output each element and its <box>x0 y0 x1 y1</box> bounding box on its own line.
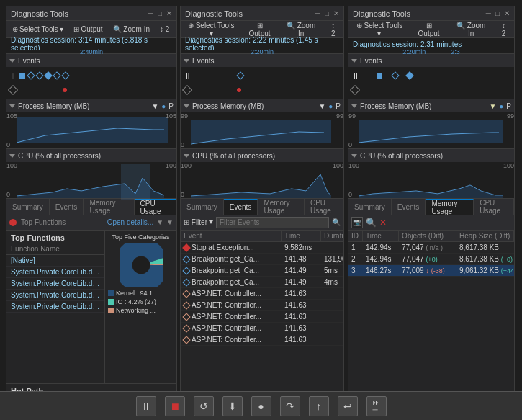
undo-button[interactable]: ↩ <box>338 396 358 416</box>
tab-cpu-p1[interactable]: CPU Usage <box>135 199 176 215</box>
event-row-0[interactable]: Stop at Exception... 9.582ms <box>181 242 343 254</box>
output-btn-p3[interactable]: ⊞ Output <box>412 20 446 39</box>
panel1-minimize[interactable]: ─ <box>148 9 153 17</box>
func-item-2[interactable]: System.Private.CoreLib.dll(C <box>6 278 104 290</box>
mem-blue-icon: ● <box>161 102 166 110</box>
panel1-maximize[interactable]: □ <box>158 9 162 17</box>
panel3-minimize[interactable]: ─ <box>486 9 491 17</box>
step-back-button[interactable]: ↑ <box>309 396 329 416</box>
panel2-minimize[interactable]: ─ <box>315 9 320 17</box>
func-item-4[interactable]: System.Private.CoreLib.dll(C <box>6 301 104 313</box>
tab-memory-p2[interactable]: Memory Usage <box>258 199 305 215</box>
event-icon-6 <box>182 313 190 321</box>
event-row-6[interactable]: ASP.NET: Controller... 141.63 [272 <box>181 311 343 323</box>
event-row-2[interactable]: Breakpoint: get_Ca... 141.49 5ms [167 <box>181 265 343 277</box>
step-over-button[interactable]: ⬇ <box>222 396 243 416</box>
tab-memory-p1[interactable]: Memory Usage <box>84 199 134 215</box>
panel1-close[interactable]: ✕ <box>166 9 172 17</box>
open-details-text[interactable]: Open details... <box>107 218 153 226</box>
panel2-memory-header[interactable]: Process Memory (MB) ▼ ● P <box>181 99 343 112</box>
tab-events-p1[interactable]: Events <box>50 199 84 215</box>
func-item-1[interactable]: System.Private.CoreLib.dll(C <box>6 267 104 278</box>
p3-mem-max-r: 99 <box>507 112 514 120</box>
event-row-1[interactable]: Breakpoint: get_Ca... 141.48 131,908ms [… <box>181 254 343 265</box>
settings-button[interactable]: ⏭═ <box>366 396 387 416</box>
panel1-memory-header[interactable]: Process Memory (MB) ▼ ● P <box>6 99 176 112</box>
select-tools-btn-p3[interactable]: ⊕ Select Tools ▾ <box>351 20 408 39</box>
panel3-events-section: Events ⏸ <box>348 54 514 99</box>
filter-icon2[interactable]: ▼ <box>166 218 174 226</box>
func-item-0[interactable]: [Native] <box>6 255 104 267</box>
mem-row-0[interactable]: 1 142.94s 77,047 ( n/a ) 8,617.38 KB <box>348 242 514 254</box>
panel2-cpu-header[interactable]: CPU (% of all processors) <box>181 149 343 162</box>
pause-button[interactable]: ⏸ <box>136 396 156 416</box>
panel3-toolbar: ⊕ Select Tools ▾ ⊞ Output 🔍 Zoom In ↕ 2 <box>348 21 514 38</box>
panel3-close[interactable]: ✕ <box>504 9 510 17</box>
events-table-body: Stop at Exception... 9.582ms Breakpoint:… <box>181 242 343 346</box>
panel2-close[interactable]: ✕ <box>333 9 339 17</box>
mem-table-header: ID Time Objects (Diff) Heap Size (Diff) <box>348 231 514 242</box>
panel3-cpu-header[interactable]: CPU (% of all processors) <box>348 149 514 162</box>
tab-memory-p3[interactable]: Memory Usage <box>426 199 474 215</box>
panel-memory: Diagnostic Tools ─ □ ✕ ⊕ Select Tools ▾ … <box>348 6 515 409</box>
panel1-cpu-header[interactable]: CPU (% of all processors) <box>6 149 176 162</box>
panel1-events-header[interactable]: Events <box>6 54 176 67</box>
search-mem-icon[interactable]: 🔍 <box>366 218 377 228</box>
tab-events-p2[interactable]: Events <box>224 199 258 215</box>
event-row-4[interactable]: ASP.NET: Controller... 141.63 [203 <box>181 288 343 300</box>
zoom-num-p3[interactable]: ↕ 2 <box>496 20 511 39</box>
tab-cpu-p2[interactable]: CPU Usage <box>305 199 343 215</box>
panel1-process-memory: Process Memory (MB) ▼ ● P 105 105 0 <box>6 99 176 149</box>
p3-mem-min: 0 <box>348 141 352 148</box>
event-row-7[interactable]: ASP.NET: Controller... 141.63 [186 <box>181 323 343 334</box>
event-icon-3 <box>182 278 190 286</box>
memory-usage-content: 📷 🔍 ✕ ID Time Objects (Diff) Heap Size (… <box>348 215 514 408</box>
mem-row-2[interactable]: 3 146.27s 77,009 ↓ (-38) 9,061.32 KB (+4… <box>348 265 514 277</box>
tab-summary-p2[interactable]: Summary <box>181 199 224 215</box>
tab-events-p3[interactable]: Events <box>392 199 426 215</box>
restart-button[interactable]: ↺ <box>194 396 214 416</box>
panel2-cpu-section: CPU (% of all processors) 100 100 0 <box>181 149 343 199</box>
event-marker-4 <box>44 71 52 79</box>
camera-icon[interactable]: 📷 <box>351 217 363 228</box>
panel3-events-header[interactable]: Events <box>348 54 514 67</box>
panel3-title: Diagnostic Tools <box>353 9 410 18</box>
event-row-8[interactable]: ASP.NET: Controller... 141.63 [228 <box>181 334 343 346</box>
event-row-3[interactable]: Breakpoint: get_Ca... 141.49 4ms [167 <box>181 277 343 288</box>
panel2-maximize[interactable]: □ <box>325 9 329 17</box>
func-item-3[interactable]: System.Private.CoreLib.dll(C <box>6 290 104 301</box>
event-icon-2 <box>182 267 190 274</box>
tab-summary-p1[interactable]: Summary <box>6 199 50 215</box>
step-out-button[interactable]: ↷ <box>280 396 300 416</box>
zoom-options-btn[interactable]: ↕ 2 <box>157 24 172 35</box>
filter-icon[interactable]: ▼ <box>156 218 163 226</box>
panel2-events-header[interactable]: Events <box>181 54 343 67</box>
zoom-in-btn-p3[interactable]: 🔍 Zoom In <box>450 20 492 39</box>
search-icon[interactable]: 🔍 <box>332 218 341 226</box>
top-functions-section: Top Functions Function Name [Native] Sys… <box>6 231 176 383</box>
panel3-tabs: Summary Events Memory Usage CPU Usage <box>348 199 514 215</box>
memory-chart-svg <box>9 114 174 150</box>
svg-rect-0 <box>17 117 168 143</box>
cpu-chart-svg <box>9 164 174 200</box>
tab-summary-p3[interactable]: Summary <box>348 199 392 215</box>
tab-cpu-p3[interactable]: CPU Usage <box>474 199 514 215</box>
panel1-events-row1: ⏸ <box>9 68 174 83</box>
output-btn[interactable]: ⊞ Output <box>71 24 106 35</box>
stop-button[interactable]: ⏹ <box>165 396 185 416</box>
zoom-in-btn[interactable]: 🔍 Zoom In <box>110 24 153 35</box>
step-into-button[interactable]: ● <box>251 396 271 416</box>
panel3-maximize[interactable]: □ <box>495 9 500 17</box>
panel3-cpu-chart: 100 100 0 <box>348 162 514 198</box>
panel3-memory-header[interactable]: Process Memory (MB) ▼ ● P <box>348 99 514 112</box>
filter-button[interactable]: ⊞ Filter <box>184 218 213 226</box>
event-icon-8 <box>182 336 190 344</box>
select-tools-btn[interactable]: ⊕ Select Tools ▾ <box>9 24 66 35</box>
mem-row-1[interactable]: 2 142.94s 77,047 (+0) 8,617.38 KB (+0) <box>348 254 514 265</box>
close-memory-btn[interactable]: ✕ <box>379 218 387 228</box>
panel1-cpu-chart: 100 100 0 <box>6 162 176 198</box>
event-row-5[interactable]: ASP.NET: Controller... 141.63 [125 <box>181 300 343 311</box>
filter-events-input[interactable] <box>216 217 329 228</box>
open-details-link[interactable]: Top Functions <box>21 218 66 226</box>
panel1-events-section: Events ⏸ <box>6 54 176 99</box>
